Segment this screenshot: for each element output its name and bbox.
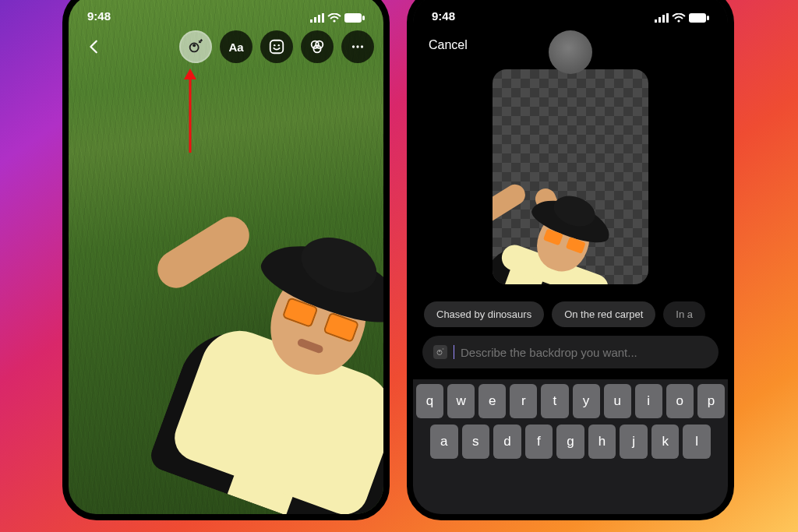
- key-i[interactable]: i: [635, 384, 662, 418]
- more-button[interactable]: [341, 30, 374, 63]
- signal-icon: [655, 13, 669, 23]
- svg-point-11: [278, 44, 280, 46]
- svg-point-24: [677, 19, 680, 22]
- phone-left: 9:48 Aa: [62, 0, 390, 520]
- text-tool-button[interactable]: Aa: [220, 30, 252, 63]
- backdrop-ai-icon: [433, 345, 447, 359]
- key-g[interactable]: g: [556, 425, 584, 459]
- suggestion-chip[interactable]: On the red carpet: [552, 301, 655, 327]
- key-w[interactable]: w: [447, 384, 475, 418]
- annotation-arrow: [182, 69, 199, 154]
- key-u[interactable]: u: [604, 384, 631, 418]
- key-y[interactable]: y: [573, 384, 600, 418]
- wifi-icon: [327, 13, 341, 23]
- selection-indicator[interactable]: [549, 30, 592, 74]
- battery-icon: [344, 13, 365, 23]
- key-s[interactable]: s: [462, 425, 490, 459]
- svg-rect-6: [362, 16, 365, 20]
- suggestion-chips: Chased by dinosaurs On the red carpet In…: [413, 301, 728, 327]
- keyboard: qwertyuiop asdfghjkl: [413, 379, 728, 514]
- svg-rect-2: [318, 15, 320, 23]
- svg-marker-19: [184, 69, 196, 79]
- svg-point-28: [439, 351, 440, 352]
- sticker-button[interactable]: [260, 30, 293, 63]
- svg-rect-25: [689, 13, 706, 23]
- photo-subject: [69, 0, 383, 514]
- text-cursor: [454, 345, 454, 359]
- backdrop-ai-button[interactable]: [179, 30, 212, 63]
- backdrop-header: Cancel: [413, 38, 728, 52]
- svg-rect-20: [655, 19, 657, 23]
- svg-rect-5: [344, 13, 362, 23]
- svg-rect-1: [314, 17, 316, 23]
- status-bar: 9:48: [69, 0, 383, 24]
- key-l[interactable]: l: [683, 425, 711, 459]
- signal-icon: [310, 13, 324, 23]
- key-r[interactable]: r: [510, 384, 537, 418]
- svg-point-8: [192, 44, 196, 47]
- svg-point-15: [352, 45, 355, 48]
- suggestion-chip[interactable]: In a: [663, 301, 705, 327]
- svg-rect-22: [662, 15, 665, 23]
- keyboard-row: asdfghjkl: [416, 425, 725, 459]
- svg-rect-26: [707, 16, 709, 20]
- wifi-icon: [672, 13, 686, 23]
- key-q[interactable]: q: [416, 384, 443, 418]
- svg-point-10: [274, 44, 275, 46]
- story-photo[interactable]: [69, 0, 383, 514]
- key-j[interactable]: j: [620, 425, 648, 459]
- status-time: 9:48: [432, 9, 455, 23]
- status-bar: 9:48: [413, 0, 728, 24]
- key-d[interactable]: d: [493, 425, 521, 459]
- svg-point-14: [313, 45, 320, 52]
- key-o[interactable]: o: [666, 384, 694, 418]
- status-time: 9:48: [87, 9, 111, 23]
- key-p[interactable]: p: [697, 384, 725, 418]
- svg-point-16: [356, 45, 358, 48]
- key-f[interactable]: f: [525, 425, 553, 459]
- subject-cutout: [493, 69, 648, 284]
- key-k[interactable]: k: [651, 425, 680, 459]
- key-t[interactable]: t: [541, 384, 568, 418]
- gradient-background: 9:48 Aa: [0, 0, 798, 532]
- svg-rect-23: [666, 13, 669, 23]
- key-e[interactable]: e: [478, 384, 506, 418]
- svg-rect-3: [322, 13, 324, 23]
- prompt-field[interactable]: [422, 336, 719, 368]
- svg-rect-0: [310, 19, 312, 23]
- text-tool-label: Aa: [228, 41, 243, 54]
- svg-point-4: [333, 19, 335, 22]
- svg-rect-9: [270, 41, 284, 54]
- svg-point-17: [361, 45, 363, 48]
- cutout-preview[interactable]: [493, 69, 648, 284]
- effects-button[interactable]: [301, 30, 334, 63]
- key-h[interactable]: h: [588, 425, 616, 459]
- keyboard-row: qwertyuiop: [416, 384, 725, 418]
- cancel-button[interactable]: Cancel: [429, 38, 468, 52]
- prompt-input[interactable]: [461, 346, 708, 359]
- key-a[interactable]: a: [430, 425, 458, 459]
- battery-icon: [689, 13, 709, 23]
- back-button[interactable]: [78, 30, 111, 63]
- suggestion-chip[interactable]: Chased by dinosaurs: [424, 301, 544, 327]
- svg-rect-21: [659, 17, 661, 23]
- story-toolbar: Aa: [78, 30, 374, 63]
- phone-right: 9:48 Cancel: [407, 0, 734, 520]
